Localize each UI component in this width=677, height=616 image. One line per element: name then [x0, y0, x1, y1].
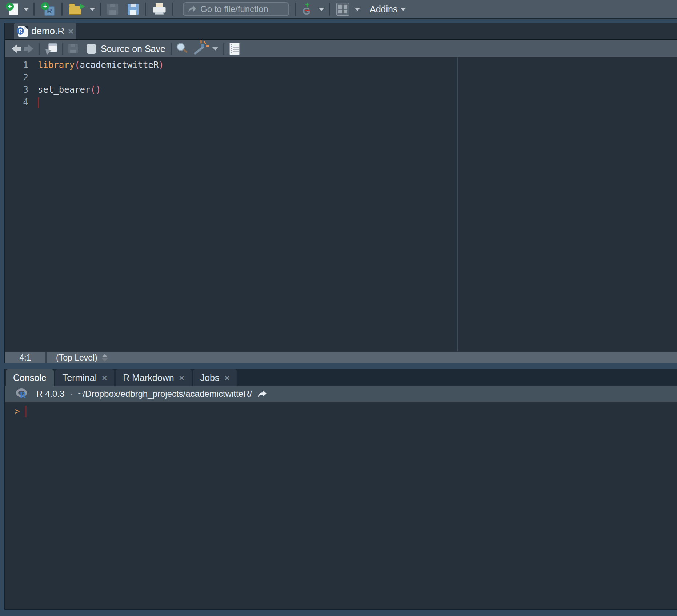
addins-dropdown[interactable] — [400, 8, 406, 11]
addins-menu[interactable]: Addins — [370, 4, 397, 15]
tab-r-markdown[interactable]: R Markdown × — [116, 369, 191, 386]
close-tab-icon[interactable]: × — [224, 373, 229, 383]
toolbar-separator — [145, 3, 146, 16]
version-control-button[interactable]: + − G — [300, 1, 316, 17]
forward-icon[interactable] — [28, 44, 33, 53]
print-icon — [153, 3, 166, 15]
line-number: 4 — [5, 96, 28, 108]
code-editor[interactable]: 1library(academictwitteR)23set_bearer()4 — [5, 57, 677, 351]
version-control-dropdown[interactable] — [319, 8, 324, 11]
print-margin-line — [457, 57, 458, 351]
editor-cursor — [38, 97, 39, 108]
line-number: 2 — [5, 71, 28, 84]
new-project-button[interactable]: R+ — [39, 1, 57, 17]
open-directory-icon[interactable] — [257, 389, 267, 399]
goto-arrow-icon — [187, 4, 197, 14]
show-in-new-window-icon[interactable] — [45, 43, 57, 54]
tab-title: demo.R — [31, 25, 64, 37]
console-prompt: > — [15, 406, 20, 416]
toolbar-separator — [171, 43, 172, 55]
code-lines: 1library(academictwitteR)23set_bearer()4 — [5, 59, 677, 108]
toolbar-separator — [33, 3, 35, 16]
line-number: 1 — [5, 59, 28, 71]
scope-selector[interactable]: (Top Level) — [47, 353, 108, 363]
console-pane: Console Terminal × R Markdown × Jobs × R… — [4, 369, 677, 610]
goto-file-function-input[interactable] — [200, 4, 285, 14]
console-header: R R 4.0.3 · ~/Dropbox/edbrgh_projects/ac… — [5, 386, 677, 402]
open-file-button[interactable] — [67, 1, 87, 17]
code-text — [28, 96, 39, 108]
save-source-icon[interactable] — [68, 44, 78, 53]
close-tab-icon[interactable]: × — [102, 373, 107, 383]
code-text: library(academictwitteR) — [28, 59, 164, 71]
r-version: R 4.0.3 — [36, 389, 64, 399]
goto-file-function-box[interactable] — [183, 2, 289, 16]
tab-terminal[interactable]: Terminal × — [55, 369, 115, 386]
toolbar-separator — [100, 3, 101, 16]
open-folder-icon — [69, 3, 84, 15]
tab-demo-r[interactable]: R demo.R × — [14, 23, 76, 39]
open-recent-dropdown[interactable] — [89, 8, 95, 11]
panes-layout-icon — [336, 3, 349, 16]
main-toolbar: + R+ + — [0, 0, 677, 19]
working-directory: ~/Dropbox/edbrgh_projects/academictwitte… — [77, 389, 252, 399]
editor-statusbar: 4:1 (Top Level) — [5, 351, 677, 363]
workspace-panes-dropdown[interactable] — [354, 8, 360, 11]
save-button[interactable] — [105, 1, 120, 17]
tab-console[interactable]: Console — [6, 369, 54, 386]
toolbar-separator — [61, 3, 63, 16]
git-icon: + − G — [303, 2, 313, 16]
new-file-button[interactable]: + — [4, 1, 20, 17]
back-icon-tail — [17, 47, 21, 51]
toolbar-separator — [295, 3, 296, 16]
line-number: 3 — [5, 84, 28, 96]
console-tabstrip: Console Terminal × R Markdown × Jobs × — [5, 369, 677, 386]
code-tools-icon[interactable] — [194, 42, 209, 56]
save-all-icon — [128, 4, 139, 15]
editor-tabstrip: R demo.R × — [5, 23, 677, 39]
forward-icon-tail — [24, 47, 28, 51]
toolbar-separator — [172, 3, 173, 16]
new-file-icon: + — [6, 3, 18, 16]
save-all-button[interactable] — [125, 1, 141, 17]
r-file-icon: R — [18, 26, 28, 37]
toolbar-separator — [329, 3, 330, 16]
code-line[interactable]: 4 — [5, 96, 677, 108]
code-line[interactable]: 3set_bearer() — [5, 84, 677, 96]
tab-label: Console — [13, 373, 47, 383]
source-pane: R demo.R × Source on Save — [4, 23, 677, 363]
code-line[interactable]: 1library(academictwitteR) — [5, 59, 677, 71]
find-replace-icon[interactable] — [177, 43, 188, 55]
new-file-dropdown[interactable] — [23, 8, 29, 11]
toolbar-separator — [39, 43, 40, 55]
code-text: set_bearer() — [28, 84, 101, 96]
r-logo-icon: R — [16, 388, 30, 399]
save-icon — [107, 4, 118, 15]
source-on-save-label: Source on Save — [101, 44, 165, 54]
scope-label: (Top Level) — [56, 353, 97, 363]
tab-label: Jobs — [200, 373, 220, 383]
header-separator: · — [69, 389, 72, 399]
tab-jobs[interactable]: Jobs × — [193, 369, 237, 386]
print-button[interactable] — [151, 1, 168, 17]
workspace-panes-button[interactable] — [334, 1, 352, 17]
new-project-icon: R+ — [41, 2, 55, 16]
compile-report-icon[interactable] — [229, 43, 240, 55]
console-cursor — [25, 406, 27, 417]
close-tab-icon[interactable]: × — [68, 27, 73, 36]
tab-label: R Markdown — [123, 373, 174, 383]
code-tools-dropdown[interactable] — [212, 47, 218, 51]
console-output[interactable]: > — [5, 402, 677, 609]
cursor-position[interactable]: 4:1 — [5, 352, 47, 363]
toolbar-separator — [62, 43, 63, 55]
code-text — [28, 71, 38, 84]
toolbar-separator — [223, 43, 224, 55]
back-icon[interactable] — [12, 44, 17, 53]
console-prompt-line[interactable]: > — [15, 405, 677, 418]
code-line[interactable]: 2 — [5, 71, 677, 84]
editor-toolbar: Source on Save — [5, 39, 677, 57]
source-on-save-checkbox[interactable] — [87, 44, 96, 54]
scope-chevrons-icon — [102, 354, 108, 362]
close-tab-icon[interactable]: × — [179, 373, 184, 383]
tab-label: Terminal — [63, 373, 97, 383]
